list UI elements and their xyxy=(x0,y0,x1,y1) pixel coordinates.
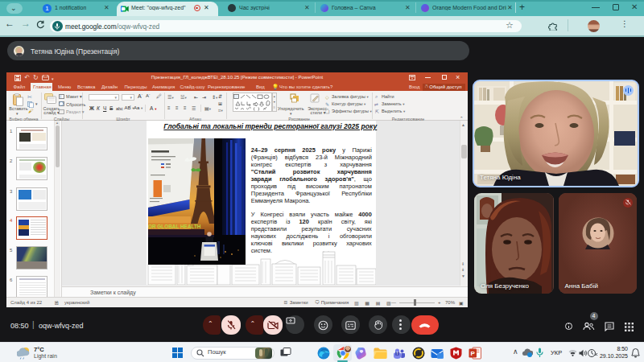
svg-text:OR GLOBAL HEALTH: OR GLOBAL HEALTH xyxy=(148,224,201,229)
svg-text:P: P xyxy=(471,350,476,357)
svg-text:T: T xyxy=(396,352,398,356)
